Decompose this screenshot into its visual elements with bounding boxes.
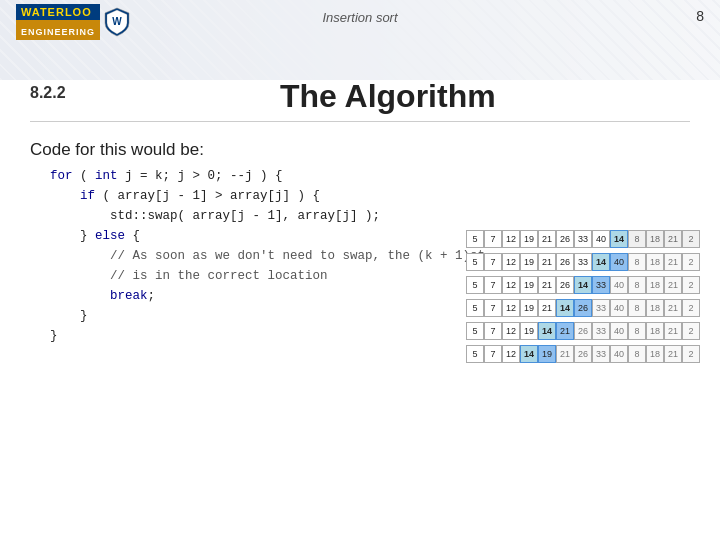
array-cell: 5 — [466, 276, 484, 294]
array-cell: 12 — [502, 276, 520, 294]
array-row: 5712191421263340818212 — [466, 322, 700, 340]
array-cell: 21 — [664, 322, 682, 340]
array-cell: 33 — [592, 276, 610, 294]
logo-area: WATERLOO ENGINEERING W — [16, 4, 130, 40]
array-cell: 12 — [502, 322, 520, 340]
arrays-area: 5712192126334014818212571219212633144081… — [466, 230, 700, 363]
array-cell: 12 — [502, 345, 520, 363]
svg-text:W: W — [112, 16, 122, 27]
array-cell: 2 — [682, 299, 700, 317]
array-cell: 18 — [646, 345, 664, 363]
array-cell: 12 — [502, 230, 520, 248]
array-cell: 18 — [646, 253, 664, 271]
array-cell: 19 — [520, 253, 538, 271]
array-cell: 7 — [484, 230, 502, 248]
array-cell: 7 — [484, 322, 502, 340]
array-cell: 26 — [574, 322, 592, 340]
array-cell: 21 — [538, 299, 556, 317]
array-cell: 26 — [574, 299, 592, 317]
array-cell: 19 — [538, 345, 556, 363]
array-cell: 33 — [592, 322, 610, 340]
array-cell: 26 — [574, 345, 592, 363]
array-cell: 7 — [484, 276, 502, 294]
array-cell: 21 — [664, 253, 682, 271]
array-cell: 18 — [646, 230, 664, 248]
array-cell: 8 — [628, 322, 646, 340]
array-cell: 2 — [682, 276, 700, 294]
array-cell: 2 — [682, 253, 700, 271]
array-cell: 21 — [664, 276, 682, 294]
array-cell: 12 — [502, 299, 520, 317]
array-cell: 14 — [520, 345, 538, 363]
array-cell: 14 — [556, 299, 574, 317]
code-line-2: if ( array[j - 1] > array[j] ) { — [50, 186, 690, 206]
waterloo-text: WATERLOO — [21, 6, 92, 18]
array-cell: 21 — [538, 253, 556, 271]
engineering-text: ENGINEERING — [21, 27, 95, 37]
array-cell: 19 — [520, 230, 538, 248]
array-cell: 21 — [556, 322, 574, 340]
array-row: 5712192126334014818212 — [466, 230, 700, 248]
page-number: 8 — [696, 8, 704, 24]
insertion-sort-label: Insertion sort — [322, 10, 397, 25]
array-cell: 14 — [574, 276, 592, 294]
array-cell: 26 — [556, 230, 574, 248]
array-cell: 5 — [466, 345, 484, 363]
array-cell: 33 — [592, 299, 610, 317]
array-cell: 8 — [628, 299, 646, 317]
array-cell: 7 — [484, 299, 502, 317]
main-title: The Algorithm — [86, 70, 690, 115]
array-cell: 5 — [466, 322, 484, 340]
array-cell: 33 — [574, 230, 592, 248]
array-cell: 14 — [610, 230, 628, 248]
array-cell: 21 — [664, 230, 682, 248]
array-cell: 33 — [574, 253, 592, 271]
array-row: 5712192114263340818212 — [466, 299, 700, 317]
array-cell: 5 — [466, 299, 484, 317]
array-cell: 19 — [520, 276, 538, 294]
array-cell: 40 — [610, 345, 628, 363]
array-cell: 7 — [484, 345, 502, 363]
array-cell: 21 — [664, 299, 682, 317]
array-cell: 19 — [520, 299, 538, 317]
array-cell: 18 — [646, 276, 664, 294]
array-row: 5712141921263340818212 — [466, 345, 700, 363]
section-number: 8.2.2 — [30, 84, 66, 102]
shield-icon: W — [104, 7, 130, 37]
array-cell: 26 — [556, 276, 574, 294]
array-cell: 40 — [610, 299, 628, 317]
code-line-1: for ( int j = k; j > 0; --j ) { — [50, 166, 690, 186]
array-cell: 14 — [538, 322, 556, 340]
array-cell: 18 — [646, 322, 664, 340]
array-cell: 40 — [610, 253, 628, 271]
array-cell: 5 — [466, 230, 484, 248]
array-cell: 8 — [628, 276, 646, 294]
array-cell: 40 — [592, 230, 610, 248]
code-section-label: Code for this would be: — [30, 140, 690, 160]
array-cell: 2 — [682, 345, 700, 363]
array-cell: 26 — [556, 253, 574, 271]
array-cell: 2 — [682, 322, 700, 340]
array-cell: 40 — [610, 322, 628, 340]
array-cell: 18 — [646, 299, 664, 317]
array-cell: 19 — [520, 322, 538, 340]
array-cell: 2 — [682, 230, 700, 248]
array-cell: 21 — [556, 345, 574, 363]
array-row: 5712192126143340818212 — [466, 276, 700, 294]
array-cell: 5 — [466, 253, 484, 271]
array-cell: 40 — [610, 276, 628, 294]
array-cell: 21 — [538, 230, 556, 248]
array-cell: 14 — [592, 253, 610, 271]
array-cell: 12 — [502, 253, 520, 271]
array-cell: 21 — [538, 276, 556, 294]
array-cell: 21 — [664, 345, 682, 363]
array-cell: 8 — [628, 230, 646, 248]
array-cell: 8 — [628, 253, 646, 271]
array-cell: 33 — [592, 345, 610, 363]
array-cell: 7 — [484, 253, 502, 271]
array-cell: 8 — [628, 345, 646, 363]
code-line-3: std::swap( array[j - 1], array[j] ); — [50, 206, 690, 226]
array-row: 5712192126331440818212 — [466, 253, 700, 271]
